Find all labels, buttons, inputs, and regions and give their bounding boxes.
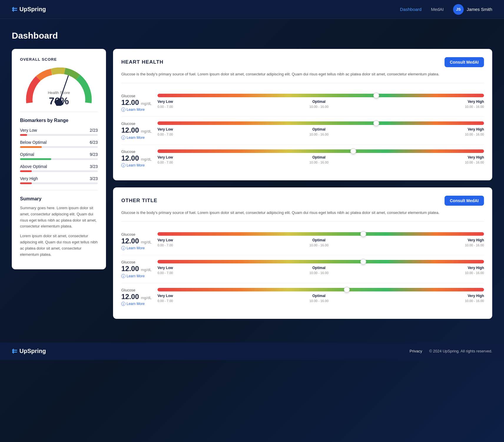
bar-track xyxy=(20,158,98,160)
slider-track xyxy=(158,121,484,125)
learn-more-link[interactable]: i Learn More xyxy=(121,163,152,167)
slider-label-range: 0.00 - 7.00 xyxy=(158,161,173,164)
slider-label-range: 10.00 - 16.00 xyxy=(309,243,329,247)
slider-label-range: 0.00 - 7.00 xyxy=(158,271,173,275)
summary-paragraphs: Summary goes here. Lorem ipsum dolor sit… xyxy=(20,205,98,258)
learn-more-link[interactable]: i Learn More xyxy=(121,302,152,306)
slider-label-group: Very Low 0.00 - 7.00 xyxy=(158,127,173,137)
heart-health-desc: Glucose is the body's primary source of … xyxy=(121,71,484,77)
slider-label-title: Optimal xyxy=(309,127,329,131)
biomarker-label: Below Optimal xyxy=(20,140,47,145)
footer-right: Privacy © 2024 UpSpring. All rights rese… xyxy=(409,349,492,353)
learn-more-link[interactable]: i Learn More xyxy=(121,246,152,250)
slider-thumb xyxy=(350,148,356,154)
avatar: JS xyxy=(453,4,464,15)
slider-label-group: Optimal 10.00 - 16.00 xyxy=(309,294,329,303)
consult-medai-button-1[interactable]: Consult MedAI xyxy=(445,57,484,67)
slider-label-group: Very High 10.00 - 16.00 xyxy=(465,266,484,275)
metric-slider-col: Very Low 0.00 - 7.00 Optimal 10.00 - 16.… xyxy=(158,288,484,303)
gauge-label: Health Score xyxy=(48,91,70,95)
slider-label-title: Very High xyxy=(465,238,484,242)
metric-info: Glucose 12.00 mg/dL i Learn More xyxy=(121,260,152,278)
footer-logo: ⇇ UpSpring xyxy=(12,348,46,354)
slider-track xyxy=(158,288,484,291)
slider-label-range: 0.00 - 7.00 xyxy=(158,133,173,136)
bar-track xyxy=(20,182,98,184)
privacy-link[interactable]: Privacy xyxy=(409,349,422,353)
slider-label-group: Very Low 0.00 - 7.00 xyxy=(158,155,173,165)
slider-label-title: Very High xyxy=(465,100,484,104)
right-column: HEART HEALTH Consult MedAI Glucose is th… xyxy=(113,49,492,319)
main-nav: Dashboard MedAI JS James Smith xyxy=(400,4,492,15)
slider-label-range: 10.00 - 16.00 xyxy=(465,243,484,247)
bar-track xyxy=(20,146,98,148)
page-title: Dashboard xyxy=(12,31,492,41)
slider-labels: Very Low 0.00 - 7.00 Optimal 10.00 - 16.… xyxy=(158,266,484,275)
metric-unit: mg/dL xyxy=(141,268,152,272)
slider-track xyxy=(158,232,484,236)
header: ⇇ UpSpring Dashboard MedAI JS James Smit… xyxy=(0,0,504,19)
metric-unit: mg/dL xyxy=(141,296,152,300)
footer-app-name: UpSpring xyxy=(19,348,46,354)
metric-info: Glucose 12.00 mg/dL i Learn More xyxy=(121,94,152,112)
biomarkers-title: Biomarkers by Range xyxy=(20,118,98,123)
svg-text:i: i xyxy=(123,136,124,139)
slider-label-title: Very Low xyxy=(158,100,173,104)
biomarker-count: 6/23 xyxy=(90,140,98,145)
slider-label-title: Optimal xyxy=(309,155,329,159)
slider-label-group: Very Low 0.00 - 7.00 xyxy=(158,238,173,248)
svg-text:i: i xyxy=(123,164,124,167)
metric-slider-col: Very Low 0.00 - 7.00 Optimal 10.00 - 16.… xyxy=(158,149,484,165)
other-card-desc: Glucose is the body's primary source of … xyxy=(121,210,484,216)
nav-dashboard[interactable]: Dashboard xyxy=(400,7,422,12)
slider-labels: Very Low 0.00 - 7.00 Optimal 10.00 - 16.… xyxy=(158,294,484,303)
slider-label-range: 10.00 - 16.00 xyxy=(465,105,484,108)
metric-value: 12.00 mg/dL xyxy=(121,293,152,301)
slider-thumb xyxy=(344,287,350,293)
bar-track xyxy=(20,170,98,172)
metric-item: Glucose 12.00 mg/dL i Learn More xyxy=(121,255,484,283)
consult-medai-button-2[interactable]: Consult MedAI xyxy=(445,196,484,206)
nav-medai[interactable]: MedAI xyxy=(431,7,444,12)
slider-label-title: Optimal xyxy=(309,266,329,270)
slider-label-group: Very Low 0.00 - 7.00 xyxy=(158,100,173,109)
main-content: Dashboard OVERALL SCORE xyxy=(0,19,504,331)
learn-more-link[interactable]: i Learn More xyxy=(121,108,152,112)
bar-fill xyxy=(20,146,42,148)
slider-track xyxy=(158,94,484,97)
biomarker-row: Very High 3/23 xyxy=(20,176,98,184)
slider-label-group: Very High 10.00 - 16.00 xyxy=(465,155,484,165)
slider-thumb xyxy=(373,120,379,126)
other-card-divider xyxy=(121,221,484,222)
slider-label-title: Optimal xyxy=(309,238,329,242)
slider-label-title: Very High xyxy=(465,294,484,298)
slider-label-group: Very High 10.00 - 16.00 xyxy=(465,100,484,109)
metric-item: Glucose 12.00 mg/dL i Learn More xyxy=(121,117,484,144)
metric-name: Glucose xyxy=(121,121,152,126)
slider-label-range: 10.00 - 16.00 xyxy=(465,161,484,164)
learn-more-link[interactable]: i Learn More xyxy=(121,274,152,278)
heart-health-title: HEART HEALTH xyxy=(121,59,163,65)
metric-value: 12.00 mg/dL xyxy=(121,126,152,134)
slider-label-range: 10.00 - 16.00 xyxy=(465,299,484,303)
metric-top: Glucose 12.00 mg/dL i Learn More xyxy=(121,94,484,112)
other-card-title: OTHER TITLE xyxy=(121,198,158,204)
learn-more-link[interactable]: i Learn More xyxy=(121,136,152,140)
slider-label-range: 0.00 - 7.00 xyxy=(158,105,173,108)
biomarker-label: Very High xyxy=(20,176,38,181)
svg-text:i: i xyxy=(123,302,124,305)
slider-labels: Very Low 0.00 - 7.00 Optimal 10.00 - 16.… xyxy=(158,127,484,137)
heart-health-card: HEART HEALTH Consult MedAI Glucose is th… xyxy=(113,49,492,180)
info-icon: i xyxy=(121,246,125,250)
dashboard-grid: OVERALL SCORE xyxy=(12,49,492,319)
slider-label-range: 0.00 - 7.00 xyxy=(158,243,173,247)
bar-fill xyxy=(20,170,32,172)
slider-label-group: Very High 10.00 - 16.00 xyxy=(465,294,484,303)
user-info: JS James Smith xyxy=(453,4,492,15)
gauge-wrapper: Health Score 76% xyxy=(24,67,94,106)
slider-label-group: Optimal 10.00 - 16.00 xyxy=(309,238,329,248)
slider-label-title: Very High xyxy=(465,155,484,159)
logo-text: UpSpring xyxy=(19,6,46,13)
slider-label-title: Very Low xyxy=(158,155,173,159)
slider-label-group: Optimal 10.00 - 16.00 xyxy=(309,266,329,275)
